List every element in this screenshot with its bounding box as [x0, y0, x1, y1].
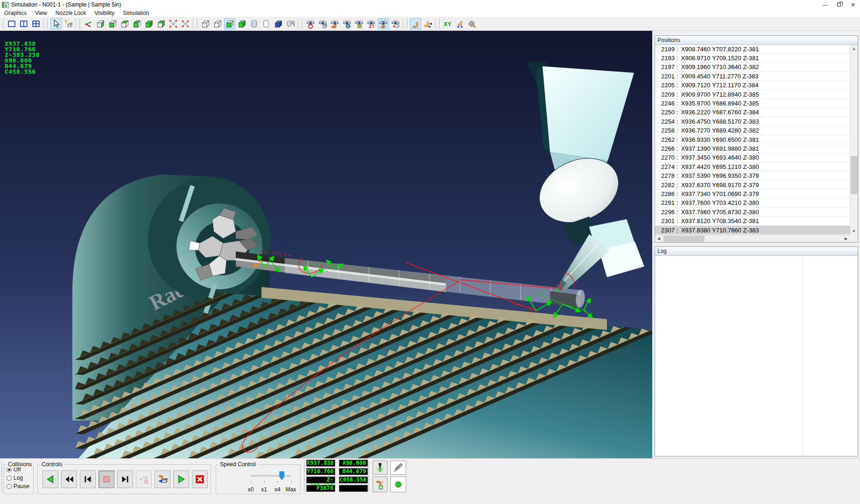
toolbar-button-tube-split[interactable]	[422, 18, 433, 29]
toolbar-button-eye-clamp[interactable]	[353, 18, 365, 29]
toolbar-button-eye-profile[interactable]	[366, 18, 377, 29]
toolbar-button-cube-solid-green[interactable]	[236, 18, 247, 29]
control-button-step-first[interactable]	[80, 470, 96, 488]
control-button-play-reverse[interactable]	[42, 470, 58, 488]
position-row[interactable]: 2189:X908.7460 Y707.8220 Z-381	[655, 45, 850, 54]
toolbar-button-cylinder-config[interactable]	[285, 18, 296, 29]
control-button-run-to-point[interactable]	[155, 470, 170, 488]
position-row[interactable]: 2307:X937.8380 Y710.7660 Z-383	[655, 226, 850, 235]
toolbar-button-cube-shaded-blue[interactable]	[273, 18, 284, 29]
position-row[interactable]: 2270:X937.3450 Y693.4640 Z-380	[655, 154, 850, 162]
toolbar-gripper[interactable]	[79, 19, 81, 29]
toolbar-gripper[interactable]	[406, 19, 408, 29]
radio-icon[interactable]	[7, 467, 12, 472]
positions-vertical-scrollbar[interactable]: ▲ ▼	[850, 45, 858, 235]
radio-icon[interactable]	[7, 476, 12, 481]
toolbar-button-pane-single[interactable]	[6, 18, 17, 29]
viewport-3d[interactable]: Radtube	[0, 31, 652, 458]
toolbar-button-cube-green[interactable]	[224, 18, 235, 29]
position-row[interactable]: 2193:X908.9710 Y709.1520 Z-381	[655, 54, 850, 63]
quick-button-marker-pen[interactable]	[390, 461, 406, 475]
control-button-step-last[interactable]	[117, 470, 133, 488]
toolbar-gripper[interactable]	[2, 19, 4, 29]
toolbar-button-view-cube-front[interactable]	[107, 18, 118, 29]
hscroll-thumb[interactable]	[663, 236, 705, 242]
menu-simulation[interactable]: Simulation	[119, 9, 153, 17]
position-row[interactable]: 2274:X937.4420 Y695.1210 Z-380	[655, 162, 850, 171]
slider-track[interactable]	[251, 475, 291, 476]
toolbar-button-view-cube-top[interactable]	[119, 18, 130, 29]
position-row[interactable]: 2258:X936.7270 Y689.4280 Z-382	[655, 126, 850, 135]
position-row[interactable]: 2201:X909.4540 Y711.2770 Z-383	[655, 72, 850, 81]
position-row[interactable]: 2266:X937.1390 Y691.9880 Z-381	[655, 144, 850, 153]
positions-horizontal-scrollbar[interactable]: ◀ ▶	[655, 235, 850, 242]
toolbar-button-pane-split[interactable]	[18, 18, 29, 29]
control-button-abort[interactable]	[192, 470, 208, 488]
position-row[interactable]: 2282:X937.6370 Y698.9170 Z-379	[655, 181, 850, 189]
toolbar-gripper[interactable]	[438, 19, 440, 29]
quick-button-nozzle-fire[interactable]	[373, 461, 388, 475]
toolbar-button-xy-readout[interactable]: XY	[442, 18, 453, 29]
toolbar-button-eye-toolpath[interactable]	[378, 18, 389, 29]
toolbar-button-axes-triad[interactable]	[83, 18, 94, 29]
toolbar-button-eye-world[interactable]	[341, 18, 352, 29]
toolbar-button-cursor-arrow[interactable]	[50, 18, 62, 29]
toolbar-button-pane-quad[interactable]	[30, 18, 42, 29]
position-row[interactable]: 2209:X909.9700 Y712.8940 Z-385	[655, 90, 850, 99]
radio-icon[interactable]	[7, 484, 12, 489]
menu-visibility[interactable]: Visibility	[90, 9, 119, 17]
toolbar-button-zoom-extents[interactable]	[168, 18, 179, 29]
toolbar-gripper[interactable]	[368, 462, 370, 492]
collision-option-pause[interactable]: Pause	[7, 483, 33, 490]
position-row[interactable]: 2286:X937.7340 Y701.0690 Z-379	[655, 189, 850, 198]
toolbar-button-eye-tube[interactable]	[329, 18, 340, 29]
toolbar-button-eye-points[interactable]	[390, 18, 401, 29]
toolbar-gripper[interactable]	[303, 462, 305, 492]
position-row[interactable]: 2254:X936.4750 Y688.5170 Z-383	[655, 117, 850, 126]
toolbar-button-cylinder-shaded[interactable]	[248, 18, 260, 29]
toolbar-button-query-cube[interactable]: ?	[63, 18, 74, 29]
toolbar-button-cube-wireframe[interactable]	[200, 18, 211, 29]
toolbar-button-tube-segment[interactable]	[410, 18, 421, 29]
control-button-rewind[interactable]	[61, 470, 77, 488]
speed-slider[interactable]	[251, 471, 291, 485]
collision-option-log[interactable]: Log	[7, 474, 33, 482]
position-row[interactable]: 2278:X937.5390 Y696.9350 Z-379	[655, 171, 850, 180]
scroll-up-icon[interactable]: ▲	[850, 45, 858, 52]
position-row[interactable]: 2197:X909.1960 Y710.3640 Z-382	[655, 63, 850, 72]
scroll-left-icon[interactable]: ◀	[655, 235, 663, 242]
toolbar-button-eye-rotate[interactable]	[305, 18, 316, 29]
toolbar-button-tube-move[interactable]	[454, 18, 465, 29]
position-row[interactable]: 2262:X936.9330 Y690.6500 Z-381	[655, 135, 850, 144]
quick-button-tube-inspect[interactable]	[373, 476, 388, 492]
position-row[interactable]: 2296:X937.7860 Y705.8730 Z-380	[655, 208, 850, 217]
position-row[interactable]: 2246:X935.9700 Y686.8940 Z-385	[655, 99, 850, 108]
toolbar-button-view-cube-left[interactable]	[95, 18, 106, 29]
toolbar-gripper[interactable]	[301, 19, 303, 29]
position-row[interactable]: 2301:X937.8120 Y708.3540 Z-381	[655, 217, 850, 225]
toolbar-gripper[interactable]	[1, 462, 3, 492]
toolbar-button-view-cube-right[interactable]	[131, 18, 142, 29]
slider-thumb[interactable]	[279, 471, 284, 480]
scroll-down-icon[interactable]: ▼	[850, 227, 858, 235]
toolbar-button-settings-gear[interactable]	[466, 18, 478, 29]
toolbar-button-cube-outline[interactable]	[212, 18, 223, 29]
toolbar-button-view-cube-back[interactable]	[155, 18, 167, 29]
control-button-play-forward[interactable]	[173, 470, 189, 488]
toolbar-gripper[interactable]	[196, 19, 198, 29]
scroll-right-icon[interactable]: ▶	[842, 235, 850, 242]
vscroll-thumb[interactable]	[851, 156, 858, 194]
menu-graphics[interactable]: Graphics	[0, 9, 31, 17]
restore-button[interactable]	[832, 0, 846, 9]
menu-nozzle-lock[interactable]: Nozzle Lock	[51, 9, 90, 17]
close-button[interactable]: ✕	[846, 0, 860, 9]
toolbar-button-zoom-window[interactable]	[180, 18, 191, 29]
minimize-button[interactable]: —	[818, 0, 832, 9]
toolbar-button-view-cube-solid[interactable]	[143, 18, 155, 29]
toolbar-button-cylinder-outline[interactable]	[261, 18, 272, 29]
toolbar-button-eye-stock[interactable]	[317, 18, 328, 29]
position-row[interactable]: 2205:X909.7120 Y712.1170 Z-384	[655, 81, 850, 90]
toolbar-gripper[interactable]	[47, 19, 49, 29]
position-row[interactable]: 2250:X936.2220 Y687.6760 Z-384	[655, 108, 850, 117]
quick-button-green-stop-dot[interactable]	[390, 476, 406, 492]
